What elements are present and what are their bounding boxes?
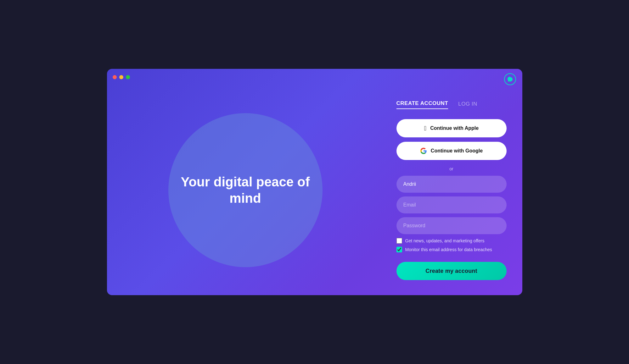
marketing-label: Get news, updates, and marketing offers [405, 238, 485, 243]
password-input[interactable] [396, 217, 507, 234]
email-input[interactable] [396, 196, 507, 213]
apple-button-label: Continue with Apple [430, 125, 479, 131]
tab-log-in[interactable]: LOG IN [458, 101, 477, 109]
hero-circle: Your digital peace of mind [168, 113, 323, 267]
left-panel: Your digital peace of mind [107, 85, 384, 295]
traffic-lights [113, 75, 130, 79]
minimize-button[interactable] [119, 75, 123, 79]
or-divider: or [396, 166, 507, 171]
checkboxes-area: Get news, updates, and marketing offers … [396, 238, 507, 256]
chat-icon[interactable] [504, 73, 516, 85]
checkbox-row-marketing: Get news, updates, and marketing offers [396, 238, 507, 244]
hero-text: Your digital peace of mind [168, 161, 323, 219]
create-account-button[interactable]: Create my account [396, 262, 507, 280]
marketing-checkbox[interactable] [396, 238, 402, 244]
google-button-label: Continue with Google [431, 148, 483, 154]
monitor-checkbox[interactable] [396, 247, 402, 252]
name-input[interactable] [396, 176, 507, 193]
titlebar [107, 69, 522, 85]
monitor-label: Monitor this email address for data brea… [405, 247, 492, 252]
continue-with-apple-button[interactable]:  Continue with Apple [396, 119, 507, 137]
maximize-button[interactable] [126, 75, 130, 79]
tabs: CREATE ACCOUNT LOG IN [396, 100, 507, 109]
google-icon [420, 147, 427, 154]
checkbox-row-monitor: Monitor this email address for data brea… [396, 247, 507, 252]
apple-icon:  [424, 125, 426, 131]
app-window: Your digital peace of mind CREATE ACCOUN… [107, 69, 522, 295]
continue-with-google-button[interactable]: Continue with Google [396, 142, 507, 160]
right-panel: CREATE ACCOUNT LOG IN  Continue with Ap… [384, 85, 522, 295]
close-button[interactable] [113, 75, 117, 79]
window-content: Your digital peace of mind CREATE ACCOUN… [107, 85, 522, 295]
tab-create-account[interactable]: CREATE ACCOUNT [396, 100, 448, 109]
